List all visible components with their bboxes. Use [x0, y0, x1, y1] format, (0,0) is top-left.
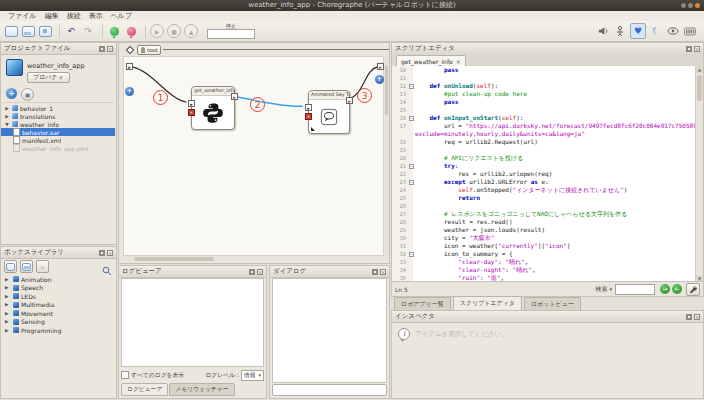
minimize-icon[interactable] — [681, 3, 686, 8]
fold-icon[interactable]: − — [409, 116, 414, 121]
fold-icon[interactable]: − — [409, 180, 414, 185]
maximize-icon[interactable] — [688, 3, 693, 8]
undock-panel-icon[interactable] — [249, 269, 255, 275]
expander-icon[interactable]: ▶ — [5, 311, 11, 316]
fold-gutter[interactable]: − — [407, 178, 415, 186]
fold-gutter[interactable]: − — [407, 250, 415, 258]
close-tab-icon[interactable]: × — [456, 58, 461, 65]
expander-icon[interactable]: ▶ — [5, 294, 11, 299]
sleep-button[interactable]: ☾ — [649, 24, 663, 38]
box-output-port[interactable]: ▸ — [346, 97, 353, 104]
show-all-logs-checkbox[interactable] — [121, 371, 129, 379]
tab-スクリプトエディタ[interactable]: スクリプトエディタ — [453, 296, 522, 310]
undock-panel-icon[interactable] — [686, 314, 692, 320]
box-library-item-Programming[interactable]: ▶Programming — [1, 326, 115, 335]
expander-icon[interactable]: ▶ — [5, 302, 11, 307]
new-box-library-button[interactable] — [4, 260, 17, 273]
tab-ロボットビュー[interactable]: ロボットビュー — [524, 297, 581, 310]
fold-icon[interactable]: − — [409, 164, 414, 169]
expander-icon[interactable]: ▼ — [4, 122, 10, 127]
tree-item-weather_info_app.pml[interactable]: weather_info_app.pml — [1, 144, 115, 152]
menu-ファイル[interactable]: ファイル — [8, 11, 37, 21]
expander-icon[interactable]: ▶ — [4, 114, 10, 119]
tab-メモリウォッチャー[interactable]: メモリウォッチャー — [169, 383, 234, 396]
box-input-onstop-port[interactable]: ✕ — [188, 109, 195, 116]
close-panel-icon[interactable]: × — [107, 250, 113, 256]
tree-item-translations[interactable]: ▶translations — [1, 112, 115, 120]
new-project-button[interactable] — [4, 24, 18, 38]
undock-panel-icon[interactable] — [99, 250, 105, 256]
scroll-up-icon[interactable]: ▲ — [696, 66, 703, 73]
add-output-port-button[interactable]: + — [375, 75, 384, 84]
box-library-item-Multimedia[interactable]: ▶Multimedia — [1, 301, 115, 310]
diagram-input-port[interactable]: ▸ — [126, 63, 133, 70]
redo-button[interactable]: ↷ — [81, 24, 95, 38]
volume-button[interactable] — [596, 24, 610, 38]
search-mode-dropdown[interactable]: 検索 ▾ — [595, 285, 612, 294]
close-panel-icon[interactable]: × — [694, 46, 700, 52]
fold-gutter[interactable]: − — [407, 82, 415, 90]
expander-icon[interactable]: ▶ — [5, 277, 11, 282]
expander-icon[interactable]: ▶ — [5, 285, 11, 290]
undock-panel-icon[interactable] — [99, 46, 105, 52]
vitality-toggle[interactable]: ♥ — [630, 23, 646, 39]
box-input-onstart-port[interactable]: ▸ — [188, 100, 195, 107]
stop-word-input[interactable] — [207, 29, 255, 39]
expander-icon[interactable]: ▶ — [5, 328, 11, 333]
tree-item-behavior_1[interactable]: ▶behavior_1 — [1, 104, 115, 112]
editor-vertical-scrollbar[interactable]: ▲ ▼ — [695, 66, 703, 282]
canvas-horizontal-scrollbar[interactable] — [124, 256, 383, 261]
box-input-onstop-port[interactable]: ✕ — [305, 113, 312, 120]
flow-box-get-weather-info[interactable]: get_weather_info ▸ ✕ ▸ — [191, 86, 235, 130]
undock-panel-icon[interactable] — [372, 269, 378, 275]
autonomous-life-button[interactable] — [666, 24, 680, 38]
menu-編集[interactable]: 編集 — [45, 11, 59, 21]
flow-box-animated-say-text[interactable]: Animated Say Tex ▸ ✕ ▸ — [308, 90, 350, 134]
add-content-button[interactable]: + — [6, 88, 17, 99]
connect-button[interactable] — [107, 24, 121, 38]
scrollbar-thumb[interactable] — [697, 75, 702, 101]
dialog-input[interactable] — [272, 384, 387, 396]
box-library-item-Movement[interactable]: ▶Movement — [1, 309, 115, 318]
box-library-item-Sensing[interactable]: ▶Sensing — [1, 318, 115, 327]
dialog-output-area[interactable] — [272, 278, 387, 383]
tab-ログビューア[interactable]: ログビューア — [121, 383, 168, 396]
library-options-button[interactable]: ▫ — [36, 260, 49, 273]
box-library-item-Animation[interactable]: ▶Animation — [1, 275, 115, 284]
canvas-vertical-scrollbar[interactable] — [384, 57, 388, 255]
properties-button[interactable]: プロパティ — [27, 72, 70, 83]
menu-表示[interactable]: 表示 — [89, 11, 103, 21]
breadcrumb-root-button[interactable]: root — [137, 45, 161, 55]
log-level-dropdown[interactable]: 情報 ▾ — [241, 370, 264, 381]
box-library-item-Speech[interactable]: ▶Speech — [1, 284, 115, 293]
tree-item-weather_info[interactable]: ▼weather_info — [1, 120, 115, 128]
close-panel-icon[interactable]: × — [694, 314, 700, 320]
debug-button[interactable]: ▲ — [184, 24, 198, 38]
undo-button[interactable]: ↶ — [64, 24, 78, 38]
save-project-button[interactable] — [38, 24, 52, 38]
close-panel-icon[interactable]: × — [257, 269, 263, 275]
fold-icon[interactable]: − — [409, 252, 414, 257]
wake-up-button[interactable] — [613, 24, 627, 38]
menu-ヘルプ[interactable]: ヘルプ — [111, 11, 133, 21]
expander-icon[interactable]: ▶ — [4, 106, 10, 111]
box-output-port[interactable]: ▸ — [231, 93, 238, 100]
flow-canvas[interactable]: ▸ + ▸ + get_weather_info ▸ ✕ ▸ Animated — [123, 56, 384, 256]
close-icon[interactable] — [695, 3, 700, 8]
close-panel-icon[interactable]: × — [107, 46, 113, 52]
open-project-button[interactable] — [21, 24, 35, 38]
fold-icon[interactable]: − — [409, 84, 414, 89]
close-panel-icon[interactable]: × — [380, 269, 386, 275]
diagram-output-port[interactable]: ▸ — [377, 63, 384, 70]
play-button[interactable]: ▶ — [150, 24, 164, 38]
import-content-button[interactable]: ▣ — [21, 88, 34, 101]
editor-settings-button[interactable] — [686, 283, 700, 296]
open-box-library-button[interactable] — [20, 260, 33, 273]
expander-icon[interactable]: ▶ — [5, 319, 11, 324]
tree-item-behavior.xar[interactable]: behavior.xar — [1, 128, 115, 136]
log-output-area[interactable] — [121, 278, 264, 367]
box-library-item-LEDs[interactable]: ▶LEDs — [1, 292, 115, 301]
stop-button[interactable]: ■ — [167, 24, 181, 38]
fold-gutter[interactable]: − — [407, 114, 415, 122]
add-input-port-button[interactable]: + — [125, 87, 134, 96]
